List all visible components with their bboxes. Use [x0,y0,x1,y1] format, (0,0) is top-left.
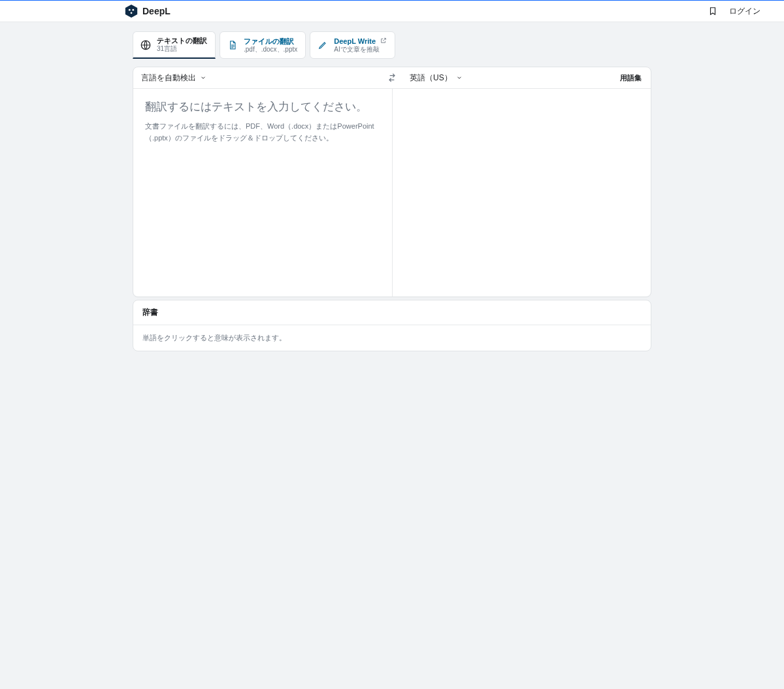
tab-sub: 31言語 [157,45,207,53]
language-bar: 言語を自動検出 英語（US） [133,67,651,89]
source-placeholder-hint: 文書ファイルを翻訳するには、PDF、Word（.docx）またはPowerPoi… [145,121,380,144]
deepl-logo-icon [124,4,139,18]
document-icon [227,39,238,51]
source-language-label: 言語を自動検出 [141,72,196,84]
source-language-select[interactable]: 言語を自動検出 [133,72,214,84]
chevron-down-icon [200,74,206,81]
svg-point-2 [132,9,134,11]
translate-body: 翻訳するにはテキストを入力してください。 文書ファイルを翻訳するには、PDF、W… [133,89,651,296]
chevron-down-icon [456,74,463,81]
mode-tabs: テキストの翻訳 31言語 ファイルの翻訳 .pdf、.docx、.pptx [133,31,651,59]
source-placeholder-title: 翻訳するにはテキストを入力してください。 [145,99,380,114]
tab-title: ファイルの翻訳 [244,37,297,46]
translator-panel: 言語を自動検出 英語（US） [133,67,651,297]
logo[interactable]: DeepL [124,4,171,18]
tab-text-translate[interactable]: テキストの翻訳 31言語 [133,31,216,59]
pencil-icon [317,39,329,51]
globe-icon [140,39,152,51]
target-language-label: 英語（US） [410,72,452,84]
dictionary-title: 辞書 [133,300,651,325]
header: DeepL ログイン [0,1,784,22]
dictionary-hint: 単語をクリックすると意味が表示されます。 [133,325,651,351]
tab-title: DeepL Write [334,37,387,46]
brand-text: DeepL [142,6,171,16]
dictionary-panel: 辞書 単語をクリックすると意味が表示されます。 [133,300,651,351]
svg-point-3 [131,12,133,14]
target-language-select[interactable]: 英語（US） [402,72,470,84]
tab-file-translate[interactable]: ファイルの翻訳 .pdf、.docx、.pptx [220,31,306,59]
source-pane[interactable]: 翻訳するにはテキストを入力してください。 文書ファイルを翻訳するには、PDF、W… [133,89,393,296]
swap-languages-button[interactable] [382,72,402,83]
tab-sub: .pdf、.docx、.pptx [244,46,297,54]
tab-deepl-write[interactable]: DeepL Write AIで文章を推敲 [310,31,395,59]
login-link[interactable]: ログイン [729,6,760,17]
svg-point-1 [129,9,131,11]
tab-title: テキストの翻訳 [157,37,207,45]
external-link-icon [380,37,387,44]
tab-sub: AIで文章を推敲 [334,46,387,54]
glossary-button[interactable]: 用語集 [611,73,651,83]
svg-marker-0 [125,5,137,18]
content: テキストの翻訳 31言語 ファイルの翻訳 .pdf、.docx、.pptx [0,22,784,351]
bookmark-icon[interactable] [708,6,717,16]
target-pane [393,89,651,296]
